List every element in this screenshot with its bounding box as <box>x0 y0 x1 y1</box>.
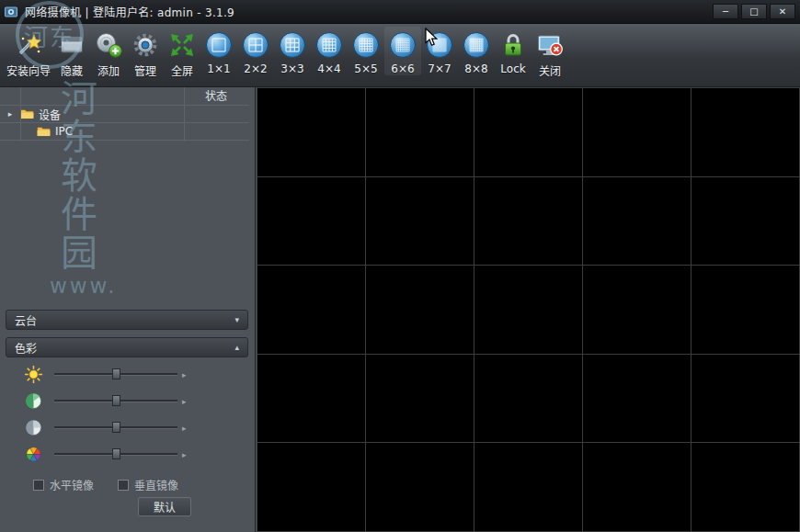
slider-row-hue: ▸ <box>0 441 255 468</box>
toolbar-button-close[interactable]: 关闭 <box>531 27 568 78</box>
video-cell[interactable] <box>257 355 365 443</box>
toolbar-button-hide[interactable]: 隐藏 <box>53 27 90 78</box>
window-title: 网络摄像机 | 登陆用户名: admin - 3.1.9 <box>25 4 234 19</box>
slider-step-right-icon[interactable]: ▸ <box>182 450 187 459</box>
video-cell[interactable] <box>257 266 365 354</box>
video-cell[interactable] <box>366 177 474 266</box>
grid-8x8-icon <box>461 28 492 62</box>
slider-contrast-handle[interactable] <box>112 395 120 406</box>
toolbar-button-grid-1[interactable]: 1×1 <box>200 27 237 75</box>
slider-row-saturation: ▸ <box>0 414 255 441</box>
toolbar-button-grid-8[interactable]: 8×8 <box>458 27 495 75</box>
window-controls: ─ □ ✕ <box>713 4 795 19</box>
video-cell[interactable] <box>474 355 582 443</box>
toolbar-button-add[interactable]: 添加 <box>90 27 127 78</box>
video-cell[interactable] <box>366 266 474 354</box>
toolbar-button-grid-6[interactable]: 6×6 <box>384 27 421 75</box>
slider-saturation-track[interactable] <box>54 426 177 429</box>
app-icon <box>5 5 19 19</box>
lock-icon <box>497 28 529 62</box>
default-button[interactable]: 默认 <box>138 497 191 516</box>
toolbar-button-grid-4[interactable]: 4×4 <box>311 27 348 75</box>
video-cell[interactable] <box>583 177 691 266</box>
close-monitor-icon <box>534 28 566 62</box>
minimize-button[interactable]: ─ <box>713 4 738 19</box>
color-panel-header[interactable]: 色彩 ▴ <box>6 337 248 357</box>
maximize-button[interactable]: □ <box>741 4 767 19</box>
video-cell[interactable] <box>366 355 474 443</box>
video-cell[interactable] <box>691 177 799 266</box>
toolbar-button-grid-2[interactable]: 2×2 <box>237 27 274 75</box>
toolbar-button-grid-7[interactable]: 7×7 <box>421 27 458 75</box>
tree-item-label: 设备 <box>39 107 61 122</box>
video-cell[interactable] <box>691 443 799 531</box>
tree-item-device[interactable]: ▸设备 <box>0 106 249 123</box>
toolbar-button-label: 3×3 <box>280 62 303 75</box>
tree-expander-icon[interactable]: ▸ <box>0 109 20 119</box>
toolbar-button-lock[interactable]: Lock <box>495 27 531 75</box>
slider-contrast-track[interactable] <box>54 400 177 402</box>
toolbar-button-label: 管理 <box>134 62 156 78</box>
slider-hue-track[interactable] <box>54 453 177 456</box>
toolbar-button-label: 2×2 <box>244 62 267 75</box>
toolbar-button-label: 1×1 <box>207 62 230 75</box>
checkbox-label: 水平镜像 <box>50 477 94 492</box>
slider-saturation-handle[interactable] <box>112 422 120 433</box>
grid-4x4-icon <box>314 28 345 62</box>
app-window: 网络摄像机 | 登陆用户名: admin - 3.1.9 ─ □ ✕ 安装向导隐… <box>0 0 800 532</box>
slider-step-right-icon[interactable]: ▸ <box>182 397 187 406</box>
toolbar-button-label: 4×4 <box>317 62 340 75</box>
slider-brightness-track[interactable] <box>54 373 177 376</box>
minimize-icon: ─ <box>723 6 728 17</box>
slider-row-brightness: ▸ <box>0 361 255 388</box>
video-cell[interactable] <box>474 443 582 531</box>
slider-step-right-icon[interactable]: ▸ <box>182 424 187 433</box>
video-cell[interactable] <box>474 177 582 266</box>
checkbox-box[interactable] <box>33 480 44 491</box>
tree-item-ipc[interactable]: IPC <box>0 123 249 141</box>
toolbar-button-label: Lock <box>500 62 525 75</box>
grid-5x5-icon <box>350 28 382 62</box>
slider-brightness-handle[interactable] <box>112 368 120 379</box>
toolbar-button-label: 8×8 <box>464 62 487 75</box>
video-grid <box>257 87 800 532</box>
ptz-panel-header[interactable]: 云台 ▾ <box>6 310 248 330</box>
toolbar-button-grid-5[interactable]: 5×5 <box>348 27 384 75</box>
chevron-up-icon: ▴ <box>234 343 239 352</box>
video-cell[interactable] <box>366 443 474 531</box>
grid-6x6-icon <box>387 28 418 62</box>
video-cell[interactable] <box>691 266 799 354</box>
grid-1x1-icon <box>203 28 234 62</box>
grid-3x3-icon <box>277 28 308 62</box>
toolbar-button-manage[interactable]: 管理 <box>127 27 164 78</box>
fullscreen-icon <box>166 28 198 62</box>
toolbar-button-wizard[interactable]: 安装向导 <box>4 27 53 78</box>
checkbox-vertical-mirror[interactable]: 垂直镜像 <box>118 477 178 492</box>
slider-hue-handle[interactable] <box>112 448 120 459</box>
toolbar-button-grid-3[interactable]: 3×3 <box>274 27 311 75</box>
video-cell[interactable] <box>257 177 365 266</box>
video-cell[interactable] <box>366 88 474 176</box>
toolbar-button-label: 6×6 <box>391 62 414 75</box>
slider-step-right-icon[interactable]: ▸ <box>182 370 187 379</box>
toolbar: 安装向导隐藏添加管理全屏1×12×23×34×45×56×67×78×8Lock… <box>0 24 800 87</box>
video-cell[interactable] <box>257 88 365 176</box>
toolbar-button-fullscreen[interactable]: 全屏 <box>164 27 200 78</box>
video-cell[interactable] <box>474 88 582 176</box>
close-button[interactable]: ✕ <box>770 4 795 19</box>
video-cell[interactable] <box>583 443 691 531</box>
video-cell[interactable] <box>583 355 691 443</box>
video-cell[interactable] <box>474 266 582 354</box>
checkbox-horizontal-mirror[interactable]: 水平镜像 <box>33 477 94 492</box>
hue-icon <box>24 445 43 464</box>
video-cell[interactable] <box>583 266 691 354</box>
checkbox-box[interactable] <box>118 480 129 491</box>
video-cell[interactable] <box>583 88 691 176</box>
video-cell[interactable] <box>257 443 365 531</box>
video-cell[interactable] <box>691 88 799 176</box>
video-cell[interactable] <box>691 355 799 443</box>
mirror-checkboxes: 水平镜像垂直镜像 <box>33 477 178 492</box>
manage-gear-icon <box>130 28 161 62</box>
titlebar[interactable]: 网络摄像机 | 登陆用户名: admin - 3.1.9 ─ □ ✕ <box>0 0 800 24</box>
grid-2x2-icon <box>240 28 271 62</box>
